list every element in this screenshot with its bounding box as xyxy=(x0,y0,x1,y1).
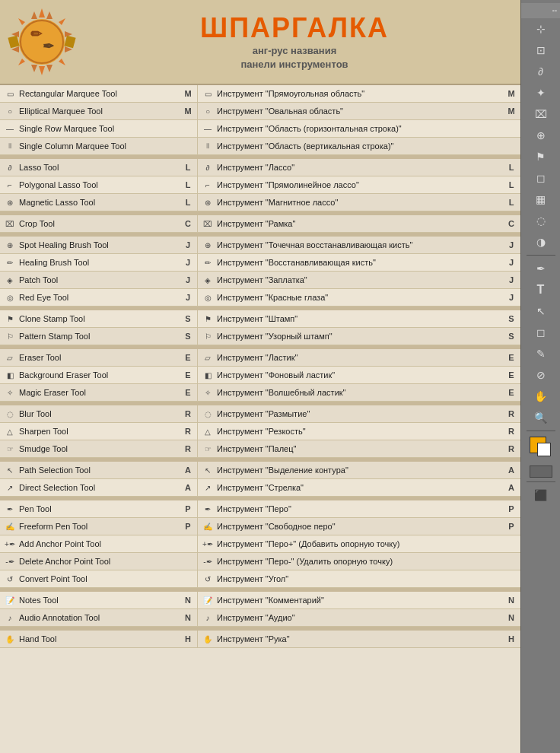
ps-btn-blur[interactable]: ◌ xyxy=(524,211,558,230)
ps-btn-zoom[interactable]: 🔍 xyxy=(524,408,558,427)
tool-shortcut: A xyxy=(182,483,194,492)
tool-right-cell: ✍Инструмент "Свободное перо"P xyxy=(198,518,520,535)
tool-icon: ⊕ xyxy=(3,238,17,252)
ps-background-color[interactable] xyxy=(537,443,551,456)
tool-left-cell: ▱Eraser ToolE xyxy=(0,349,198,366)
ps-btn-stamp[interactable]: ⚑ xyxy=(524,147,558,167)
tool-shortcut: E xyxy=(182,370,194,380)
tool-icon: ↺ xyxy=(3,572,17,586)
tool-ru-shortcut: R xyxy=(505,444,517,453)
tool-left-cell: ⌐Polygonal Lasso ToolL xyxy=(0,176,198,193)
tool-en-name: Pen Tool xyxy=(19,504,182,513)
tool-left-cell: 📝Notes ToolN xyxy=(0,592,198,608)
ps-quick-mask[interactable] xyxy=(530,465,552,478)
ps-btn-pen[interactable]: ✒ xyxy=(524,259,558,278)
tool-ru-shortcut: M xyxy=(505,89,517,98)
tool-ru-icon: ↗ xyxy=(201,481,215,494)
ps-btn-lasso[interactable]: ∂ xyxy=(524,62,558,81)
tool-ru-icon: 📝 xyxy=(201,593,215,607)
ps-btn-eyedrop[interactable]: ⊘ xyxy=(524,365,558,385)
table-row: ✋Hand ToolH✋Инструмент "Рука"H xyxy=(0,631,520,648)
ps-btn-selection[interactable]: ⊡ xyxy=(524,40,558,60)
svg-marker-0 xyxy=(39,8,45,17)
tool-ru-icon: ✒ xyxy=(201,502,215,516)
tool-ru-name: Инструмент "Заплатка" xyxy=(217,275,505,284)
tool-icon: ▭ xyxy=(3,87,17,100)
tool-left-cell: △Sharpen ToolR xyxy=(0,423,198,440)
tool-ru-icon: ▭ xyxy=(201,87,215,100)
tool-icon: ✧ xyxy=(3,386,17,399)
tool-en-name: Magnetic Lasso Tool xyxy=(19,198,182,207)
tool-ru-name: Инструмент "Область (вертикальная строка… xyxy=(217,141,505,151)
tool-en-name: Notes Tool xyxy=(19,596,182,605)
ps-btn-text[interactable]: T xyxy=(524,280,558,300)
tool-icon: ▱ xyxy=(3,351,17,364)
ps-btn-crop[interactable]: ⌧ xyxy=(524,104,558,124)
tool-en-name: Audio Annotation Tool xyxy=(19,613,182,622)
tool-right-cell: ⚐Инструмент "Узорный штамп"S xyxy=(198,328,520,345)
tool-en-name: Spot Healing Brush Tool xyxy=(19,240,182,249)
tool-ru-name: Инструмент "Перо" xyxy=(217,504,505,513)
tool-en-name: Healing Brush Tool xyxy=(19,258,182,267)
tool-icon: ☞ xyxy=(3,442,17,456)
ps-colors[interactable] xyxy=(527,437,555,461)
logo-area: ✏ ✒ xyxy=(8,8,76,76)
ps-btn-magic-wand[interactable]: ✦ xyxy=(524,83,558,103)
svg-marker-7 xyxy=(59,59,65,65)
table-row: ⌐Polygonal Lasso ToolL⌐Инструмент "Прямо… xyxy=(0,176,520,194)
tool-shortcut: S xyxy=(182,314,194,323)
tool-icon: △ xyxy=(3,424,17,438)
ps-btn-shape[interactable]: ◻ xyxy=(524,322,558,342)
table-row: ○Elliptical Marquee ToolM○Инструмент "Ов… xyxy=(0,103,520,120)
ps-btn-path[interactable]: ↖ xyxy=(524,301,558,321)
svg-marker-11 xyxy=(46,65,52,72)
table-row: ◈Patch ToolJ◈Инструмент "Заплатка"J xyxy=(0,272,520,289)
tool-ru-name: Инструмент "Комментарий" xyxy=(217,596,505,605)
tool-ru-name: Инструмент "Рука" xyxy=(217,634,505,643)
tool-shortcut: R xyxy=(182,427,194,436)
tool-ru-icon: ◧ xyxy=(201,368,215,382)
table-row: ✧Magic Eraser ToolE✧Инструмент "Волшебны… xyxy=(0,384,520,402)
tool-left-cell: ↗Direct Selection ToolA xyxy=(0,479,198,496)
tool-left-cell: ⊛Magnetic Lasso ToolL xyxy=(0,194,198,211)
tool-right-cell: ↗Инструмент "Стрелка"A xyxy=(198,479,520,496)
tool-icon: ⚐ xyxy=(3,329,17,343)
ps-btn-heal[interactable]: ⊕ xyxy=(524,126,558,145)
table-row: ⊕Spot Healing Brush ToolJ⊕Инструмент "То… xyxy=(0,237,520,254)
ps-separator-3 xyxy=(527,481,555,482)
ps-btn-screen-mode[interactable]: ⬛ xyxy=(524,485,558,505)
tool-ru-name: Инструмент "Перо+" (Добавить опорную точ… xyxy=(217,539,505,548)
ps-btn-dodge[interactable]: ◑ xyxy=(524,232,558,252)
table-row: ◎Red Eye ToolJ◎Инструмент "Красные глаза… xyxy=(0,289,520,307)
tool-icon: ✏ xyxy=(3,256,17,269)
tool-ru-icon: ∂ xyxy=(201,160,215,174)
tool-right-cell: ◌Инструмент "Размытие"R xyxy=(198,405,520,422)
tool-en-name: Rectangular Marquee Tool xyxy=(19,89,182,98)
tool-ru-name: Инструмент "Угол" xyxy=(217,574,505,583)
logo-badge: ✏ ✒ xyxy=(8,8,76,76)
tool-ru-shortcut: L xyxy=(505,198,517,207)
tool-ru-shortcut: E xyxy=(505,370,517,380)
table-row: ∂Lasso ToolL∂Инструмент "Лассо"L xyxy=(0,159,520,176)
table-row: ▱Eraser ToolE▱Инструмент "Ластик"E xyxy=(0,349,520,367)
ps-btn-notes[interactable]: ✎ xyxy=(524,344,558,364)
tool-shortcut: E xyxy=(182,353,194,362)
tool-ru-name: Инструмент "Узорный штамп" xyxy=(217,332,505,341)
tool-right-cell: ⌐Инструмент "Прямолинейное лассо"L xyxy=(198,176,520,193)
tool-en-name: Convert Point Tool xyxy=(19,574,182,583)
table-row: ⦀Single Column Marquee Tool⦀Инструмент "… xyxy=(0,138,520,155)
tool-ru-shortcut: M xyxy=(505,106,517,116)
tool-ru-icon: ▱ xyxy=(201,351,215,364)
tool-right-cell: ⌧Инструмент "Рамка"C xyxy=(198,215,520,232)
tool-right-cell: ▱Инструмент "Ластик"E xyxy=(198,349,520,366)
ps-btn-gradient[interactable]: ▦ xyxy=(524,189,558,209)
svg-marker-5 xyxy=(59,18,65,25)
ps-btn-eraser[interactable]: ◻ xyxy=(524,168,558,188)
tool-ru-name: Инструмент "Овальная область" xyxy=(217,106,505,116)
tool-left-cell: ◎Red Eye ToolJ xyxy=(0,289,198,306)
ps-btn-hand[interactable]: ✋ xyxy=(524,386,558,406)
ps-btn-move[interactable]: ⊹ xyxy=(524,19,558,39)
tool-ru-icon: -✒ xyxy=(201,554,215,568)
tool-right-cell: ♪Инструмент "Аудио"N xyxy=(198,609,520,626)
tool-ru-icon: ⚐ xyxy=(201,329,215,343)
